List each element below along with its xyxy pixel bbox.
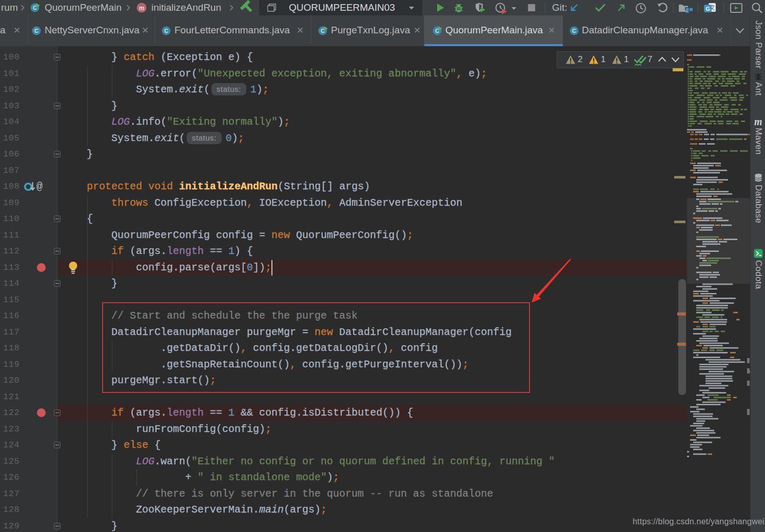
svg-text:C: C xyxy=(34,28,38,34)
svg-text:C: C xyxy=(164,28,168,34)
svg-text:C: C xyxy=(572,28,576,34)
svg-text:G: G xyxy=(705,6,710,12)
svg-text:m: m xyxy=(139,5,145,12)
